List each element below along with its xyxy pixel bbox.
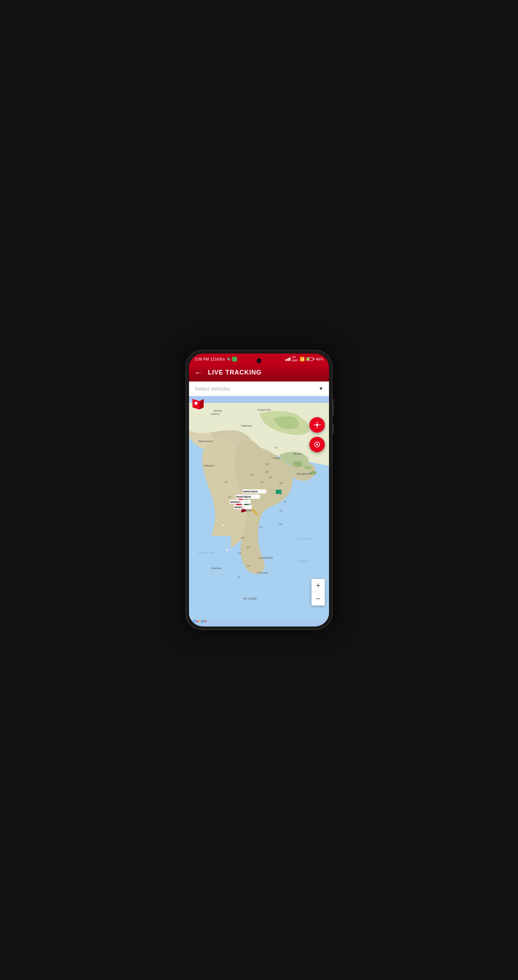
svg-text:UP: UP [250, 474, 254, 476]
app-icon [232, 356, 237, 361]
status-right: VoWiFi 📶 46% [285, 356, 323, 363]
svg-text:Bhutan: Bhutan [293, 452, 302, 455]
svg-text:Mumbai: Mumbai [211, 566, 222, 570]
svg-rect-62 [195, 402, 197, 405]
location-fab-button[interactable] [310, 417, 325, 433]
svg-rect-44 [276, 490, 281, 494]
svg-text:Pakistan: Pakistan [204, 464, 215, 467]
svg-rect-3 [189, 585, 329, 620]
status-left: 3:06 PM 121KB/s 🔇 [195, 356, 237, 361]
svg-point-59 [226, 549, 228, 550]
svg-text:CG: CG [259, 526, 263, 528]
svg-marker-61 [200, 399, 204, 409]
zoom-in-button[interactable]: + [311, 579, 325, 592]
svg-text:GA: GA [241, 536, 244, 539]
svg-text:NL: NL [279, 509, 283, 512]
wifi-icon: 📶 [300, 356, 305, 361]
google-logo: G o o g l e [193, 619, 207, 623]
network-speed: 121KB/s [210, 357, 225, 361]
g-blue: G [193, 619, 196, 623]
app-header: ← LIVE TRACKING [189, 364, 329, 382]
camera-notch [257, 358, 261, 363]
svg-text:HP: HP [265, 471, 269, 473]
g-red: o [196, 619, 199, 623]
svg-text:MH40CM8249: MH40CM8249 [236, 496, 251, 498]
svg-text:PB: PB [265, 463, 269, 466]
vo-wifi-label: VoWiFi [292, 356, 298, 363]
svg-text:UK: UK [269, 476, 272, 479]
svg-text:OR: OR [278, 523, 282, 526]
phone-screen: 3:06 PM 121KB/s 🔇 VoWiFi 📶 [189, 353, 329, 627]
g-blue2: g [201, 619, 203, 623]
svg-text:Afghanistan: Afghanistan [198, 440, 213, 443]
signal-bars-icon [285, 357, 291, 361]
svg-text:AP: AP [247, 546, 250, 549]
svg-text:Arabian Sea: Arabian Sea [198, 551, 214, 554]
back-button[interactable]: ← [195, 368, 202, 377]
svg-text:Hyderabad: Hyderabad [259, 556, 273, 559]
target-fab-button[interactable] [310, 437, 325, 452]
svg-text:Kyrgyzstan: Kyrgyzstan [257, 408, 271, 411]
time-display: 3:06 PM [195, 357, 209, 361]
zoom-controls: + − [311, 579, 325, 606]
svg-point-65 [316, 444, 318, 445]
vehicle-select-placeholder: Select Vehicles [195, 386, 230, 391]
svg-point-58 [222, 524, 224, 526]
svg-text:LA: LA [275, 446, 278, 449]
map-container[interactable]: Almaty Алматы Kyrgyzstan Tajikistan Afgh… [189, 396, 329, 627]
svg-text:Nepal: Nepal [273, 457, 280, 460]
svg-point-5 [304, 466, 312, 470]
svg-text:Andaman: Andaman [297, 560, 310, 563]
svg-text:KA: KA [238, 552, 242, 554]
svg-point-63 [316, 423, 318, 426]
battery-percent: 46% [316, 357, 323, 361]
svg-text:TN: TN [247, 565, 250, 567]
phone-frame: 3:06 PM 121KB/s 🔇 VoWiFi 📶 [186, 350, 332, 630]
g-red2: e [204, 619, 207, 623]
svg-text:Almaty: Almaty [213, 409, 222, 412]
svg-text:MH40C...: MH40C... [235, 506, 244, 509]
svg-text:AR: AR [279, 482, 283, 484]
svg-text:Алматы: Алматы [211, 413, 220, 415]
battery-indicator [306, 357, 314, 361]
header-title: LIVE TRACKING [208, 369, 261, 376]
svg-text:JK: JK [261, 480, 264, 483]
svg-text:MH40CD...: MH40CD... [230, 501, 242, 503]
svg-text:Bay of Bengal: Bay of Bengal [296, 537, 313, 540]
svg-text:Chennai: Chennai [257, 571, 268, 574]
svg-text:RJ: RJ [228, 496, 231, 498]
svg-text:GJ: GJ [225, 480, 228, 483]
g-yellow: o [199, 619, 201, 623]
svg-text:MH40CD8044: MH40CD8044 [243, 490, 258, 493]
map-svg: Almaty Алматы Kyrgyzstan Tajikistan Afgh… [189, 396, 329, 627]
mute-icon: 🔇 [226, 357, 230, 361]
svg-text:Tajikistan: Tajikistan [241, 424, 253, 427]
svg-text:Sri Lanka: Sri Lanka [243, 597, 257, 600]
svg-text:JH: JH [283, 501, 287, 503]
zoom-out-button[interactable]: − [311, 592, 325, 606]
svg-text:Bangladesh: Bangladesh [297, 472, 311, 475]
map-logo-icon [192, 399, 204, 413]
dropdown-arrow-icon: ▼ [318, 386, 323, 391]
svg-text:KL: KL [238, 576, 241, 578]
vehicle-select-dropdown[interactable]: Select Vehicles ▼ [189, 382, 329, 396]
svg-point-4 [292, 461, 303, 467]
